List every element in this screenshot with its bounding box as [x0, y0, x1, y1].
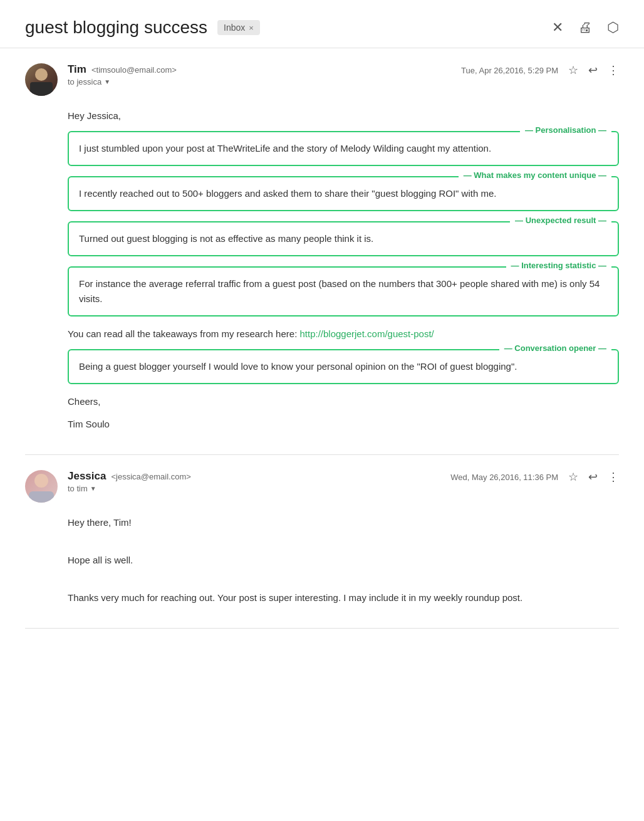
annotation-label-interesting-statistic: Interesting statistic	[506, 259, 611, 273]
popout-icon[interactable]: ⬡	[607, 19, 619, 36]
reply-icon-2[interactable]: ↩	[588, 470, 598, 484]
link-prefix: You can read all the takeaways from my r…	[68, 328, 299, 339]
annotation-label-personalisation: Personalisation	[520, 124, 611, 137]
sender-email-1: <timsoulo@email.com>	[91, 65, 177, 75]
inbox-close-button[interactable]: ×	[249, 23, 254, 33]
link-paragraph: You can read all the takeaways from my r…	[68, 327, 619, 342]
jessica-line-1: Hope all is well.	[68, 553, 619, 568]
sender-to-1[interactable]: to jessica ▼	[68, 77, 451, 86]
sender-to-2[interactable]: to tim ▼	[68, 484, 440, 493]
annotation-label-content-unique: What makes my content unique	[459, 169, 611, 182]
sender-name-2: Jessica	[68, 470, 106, 483]
annotation-label-unexpected-result: Unexpected result	[510, 214, 611, 227]
email-date-1: Tue, Apr 26,2016, 5:29 PM	[461, 66, 558, 75]
star-icon-2[interactable]: ☆	[568, 470, 578, 484]
block-text-unexpected-result: Turned out guest blogging is not as effe…	[79, 233, 373, 244]
sender-email-2: <jessica@email.com>	[111, 472, 190, 481]
block-text-content-unique: I recently reached out to 500+ bloggers …	[79, 188, 496, 199]
sender-meta-wrapper-2: Jessica <jessica@email.com> to tim ▼ Wed…	[25, 470, 619, 515]
sender-right-1: Tue, Apr 26,2016, 5:29 PM ☆ ↩ ⋮	[461, 63, 619, 77]
sender-right-2: Wed, May 26,2016, 11:36 PM ☆ ↩ ⋮	[450, 470, 619, 484]
sender-info-2: Jessica <jessica@email.com> to tim ▼	[68, 470, 440, 493]
research-link[interactable]: http://bloggerjet.com/guest-post/	[299, 328, 434, 339]
email-body-2: Hey there, Tim! Hope all is well. Thanks…	[25, 515, 619, 605]
annotated-block-content-unique: What makes my content unique I recently …	[68, 176, 619, 211]
sender-name-row-1: Tim <timsoulo@email.com>	[68, 63, 451, 76]
block-text-interesting-statistic: For instance the average referral traffi…	[79, 278, 600, 304]
sender-row-2: Jessica <jessica@email.com> to tim ▼ Wed…	[25, 470, 619, 503]
star-icon-1[interactable]: ☆	[568, 63, 578, 77]
block-text-conversation-opener: Being a guest blogger yourself I would l…	[79, 361, 517, 372]
email-body-1: Hey Jessica, Personalisation I just stum…	[25, 108, 619, 432]
chevron-down-icon-2[interactable]: ▼	[90, 485, 96, 492]
annotation-label-conversation-opener: Conversation opener	[499, 342, 611, 355]
annotated-block-conversation-opener: Conversation opener Being a guest blogge…	[68, 349, 619, 384]
sender-row-1: Tim <timsoulo@email.com> to jessica ▼ Tu…	[25, 63, 619, 96]
closing-line-1: Cheers,	[68, 394, 619, 409]
sender-name-1: Tim	[68, 63, 86, 76]
header-icons: ✕ 🖨 ⬡	[552, 19, 619, 36]
email-message-2: Jessica <jessica@email.com> to tim ▼ Wed…	[25, 455, 619, 629]
closing-line-2: Tim Soulo	[68, 417, 619, 432]
print-icon[interactable]: 🖨	[578, 19, 592, 36]
sender-info-1: Tim <timsoulo@email.com> to jessica ▼	[68, 63, 451, 86]
page-title: guest blogging success	[25, 18, 207, 38]
reply-icon-1[interactable]: ↩	[588, 63, 598, 77]
more-icon-2[interactable]: ⋮	[608, 470, 619, 484]
sender-meta-wrapper-1: Tim <timsoulo@email.com> to jessica ▼ Tu…	[25, 63, 619, 108]
inbox-badge[interactable]: Inbox ×	[217, 20, 260, 35]
annotated-block-unexpected-result: Unexpected result Turned out guest blogg…	[68, 221, 619, 256]
email-date-2: Wed, May 26,2016, 11:36 PM	[450, 473, 558, 482]
to-label-2: to tim	[68, 484, 88, 493]
more-icon-1[interactable]: ⋮	[608, 63, 619, 77]
chevron-down-icon-1[interactable]: ▼	[104, 78, 110, 85]
email-greeting-1: Hey Jessica,	[68, 108, 619, 123]
close-icon[interactable]: ✕	[552, 19, 563, 36]
block-text-personalisation: I just stumbled upon your post at TheWri…	[79, 143, 491, 154]
sender-name-row-2: Jessica <jessica@email.com>	[68, 470, 440, 483]
annotated-block-personalisation: Personalisation I just stumbled upon you…	[68, 131, 619, 166]
header-left: guest blogging success Inbox ×	[25, 18, 260, 38]
avatar-tim	[25, 63, 58, 96]
email-message-1: Tim <timsoulo@email.com> to jessica ▼ Tu…	[25, 48, 619, 455]
page-header: guest blogging success Inbox × ✕ 🖨 ⬡	[0, 0, 644, 48]
inbox-label: Inbox	[224, 23, 245, 33]
jessica-greeting: Hey there, Tim!	[68, 515, 619, 530]
email-container: Tim <timsoulo@email.com> to jessica ▼ Tu…	[0, 48, 644, 629]
annotated-block-interesting-statistic: Interesting statistic For instance the a…	[68, 266, 619, 316]
email-closing-1: Cheers, Tim Soulo	[68, 394, 619, 432]
jessica-line-2: Thanks very much for reaching out. Your …	[68, 590, 619, 605]
avatar-jessica	[25, 470, 58, 503]
to-label-1: to jessica	[68, 77, 101, 86]
